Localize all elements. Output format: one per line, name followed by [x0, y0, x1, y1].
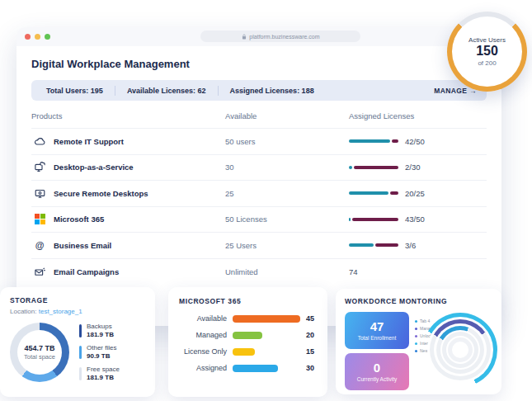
assigned-value: 43/50 — [405, 215, 425, 224]
available-value: 25 Users — [225, 241, 349, 250]
storage-legend: Backups 181.9 TB Other files 90.9 TB Fre… — [79, 323, 120, 382]
bar-row-license-only: License Only 15 — [179, 347, 317, 356]
url-text: platform.buzinessware.com — [249, 34, 319, 40]
currently-activity-tile: 0 Currently Activity — [345, 353, 409, 390]
stat-total-users: Total Users: 195 — [41, 87, 115, 95]
assigned-value: 74 — [349, 267, 358, 276]
available-value: 50 Licenses — [225, 215, 349, 224]
workforce-radial-chart — [422, 312, 498, 388]
legend-tick — [79, 346, 82, 359]
traffic-lights[interactable] — [25, 34, 50, 40]
product-name: Email Campaigns — [54, 267, 119, 276]
available-value: 30 — [225, 163, 349, 172]
maximize-window-icon[interactable] — [45, 34, 50, 40]
available-value: 50 users — [225, 137, 349, 146]
minimize-window-icon[interactable] — [35, 34, 40, 40]
storage-card-title: STORAGE — [10, 296, 145, 304]
available-value: Unlimited — [225, 267, 349, 276]
at-icon: @ — [33, 238, 46, 252]
product-name: Remote IT Support — [54, 137, 124, 146]
lock-icon — [242, 34, 247, 40]
workforce-monitoring-card: WORKDORCE MONTORING 47 Total Enrollment … — [336, 289, 501, 394]
close-window-icon[interactable] — [25, 34, 31, 40]
col-products: Products — [31, 111, 225, 120]
table-row: Microsoft 365 50 Licenses 43/50 — [31, 207, 487, 234]
col-assigned: Assigned Licenses — [349, 111, 487, 120]
active-users-value: 150 — [476, 44, 498, 59]
active-users-label: Active Users — [468, 36, 506, 44]
storage-donut-chart: 454.7 TB Total space — [10, 323, 69, 382]
microsoft365-bar-chart: Available 45 Managed 20 License Only 15 … — [179, 314, 317, 372]
active-users-gauge: Active Users 150 of 200 — [447, 12, 527, 92]
legend-item-other-files: Other files 90.9 TB — [79, 344, 120, 361]
product-name: Microsoft 365 — [54, 215, 104, 224]
legend-item-free-space: Free space 181.9 TB — [79, 366, 120, 382]
table-header: Products Available Assigned Licenses — [31, 104, 487, 129]
assigned-value: 42/50 — [405, 137, 425, 146]
active-users-total: of 200 — [478, 59, 496, 67]
stat-assigned-licenses: Assigned Licenses: 188 — [219, 87, 326, 95]
table-row: @ Business Email 25 Users 3/6 — [31, 233, 487, 259]
cloud-icon — [33, 134, 46, 148]
url-bar[interactable]: platform.buzinessware.com — [200, 31, 360, 42]
secure-desktop-icon — [33, 186, 46, 200]
available-value: 25 — [225, 189, 349, 198]
microsoft365-card-title: MICROSOFT 365 — [179, 297, 317, 305]
desktop-cloud-icon — [33, 161, 46, 174]
storage-card: STORAGE Location: test_storage_1 454.7 T… — [0, 287, 155, 397]
table-row: Email Campaigns Unlimited 74 — [31, 259, 487, 285]
location-link[interactable]: test_storage_1 — [39, 308, 82, 315]
bar-row-assigned: Assigned 30 — [179, 364, 317, 372]
table-row: Desktop-as-a-Service 30 2/30 — [31, 155, 487, 182]
license-usage-bar — [349, 218, 398, 221]
table-row: Remote IT Support 50 users 42/50 — [31, 129, 487, 155]
assigned-value: 3/6 — [405, 241, 416, 250]
product-name: Secure Remote Desktops — [54, 189, 148, 198]
legend-tick — [79, 324, 82, 337]
legend-tick — [79, 367, 82, 380]
browser-chrome: platform.buzinessware.com — [16, 27, 501, 46]
stat-available-licenses: Available Licenses: 62 — [115, 87, 218, 95]
dashboard-canvas: platform.buzinessware.com Digital Workpl… — [0, 0, 532, 401]
license-usage-bar — [349, 191, 398, 195]
microsoft365-card: MICROSOFT 365 Available 45 Managed 20 Li… — [168, 287, 327, 397]
storage-total-label: Total space — [24, 353, 55, 361]
assigned-value: 2/30 — [405, 163, 421, 172]
browser-window: platform.buzinessware.com Digital Workpl… — [16, 27, 501, 326]
bar-row-available: Available 45 — [179, 314, 317, 323]
bar-row-managed: Managed 20 — [179, 331, 317, 339]
assigned-value: 20/25 — [405, 189, 425, 198]
envelope-campaign-icon — [33, 265, 46, 278]
location-label: Location: — [10, 308, 36, 315]
license-usage-bar — [349, 243, 398, 247]
table-row: Secure Remote Desktops 25 20/25 — [31, 181, 487, 207]
microsoft-icon — [33, 213, 46, 226]
col-available: Available — [225, 111, 349, 120]
workforce-card-title: WORKDORCE MONTORING — [345, 297, 492, 305]
total-enrollment-tile: 47 Total Enrollment — [345, 312, 409, 349]
legend-item-backups: Backups 181.9 TB — [79, 323, 120, 339]
stats-bar: Total Users: 195 Available Licenses: 62 … — [31, 80, 487, 101]
product-name: Business Email — [54, 241, 111, 250]
storage-total: 454.7 TB — [24, 344, 54, 352]
license-usage-bar — [349, 139, 398, 143]
license-usage-bar — [349, 166, 398, 169]
product-name: Desktop-as-a-Service — [54, 163, 134, 172]
page-title: Digital Workplace Management — [31, 58, 487, 70]
